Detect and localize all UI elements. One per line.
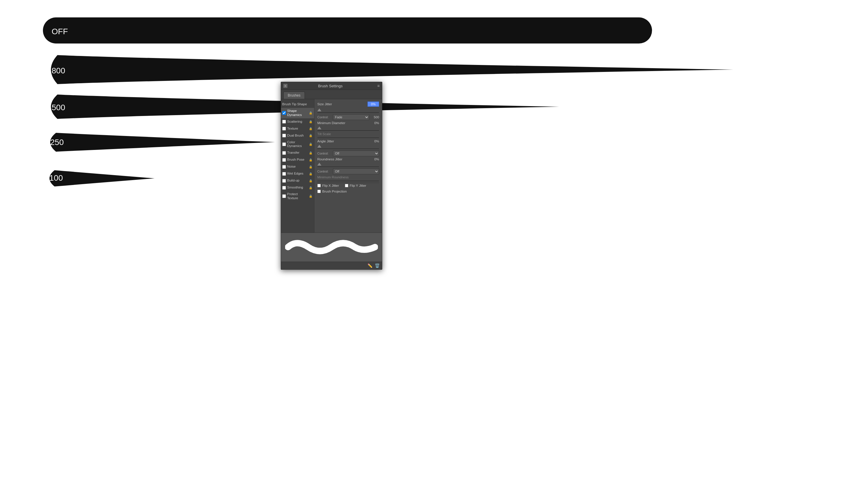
sidebar-item-label-texture: Texture: [287, 127, 309, 131]
checkbox-protect-texture[interactable]: [282, 194, 286, 198]
sidebar-item-shape-dynamics[interactable]: Shape Dynamics 🔒: [281, 108, 314, 118]
panel-content: Size Jitter Control: Fade Off Pen Pressu…: [314, 99, 382, 233]
panel-title: Brush Settings: [283, 84, 377, 88]
sidebar-item-transfer[interactable]: Transfer 🔒: [281, 149, 314, 156]
fade-value: 500: [370, 116, 379, 119]
sidebar-item-label-transfer: Transfer: [287, 151, 309, 155]
checkbox-texture[interactable]: [282, 127, 286, 131]
roundness-jitter-slider[interactable]: [317, 167, 379, 167]
checkbox-smoothing[interactable]: [282, 186, 286, 190]
min-diameter-value: 0%: [374, 121, 379, 125]
sidebar-item-texture[interactable]: Texture 🔒: [281, 125, 314, 132]
sidebar-item-smoothing[interactable]: Smoothing 🔒: [281, 184, 314, 191]
lock-icon-noise: 🔒: [309, 165, 312, 169]
lock-icon-build-up: 🔒: [309, 179, 312, 182]
checkbox-flip-y[interactable]: [345, 184, 348, 187]
checkbox-color-dynamics[interactable]: [282, 142, 286, 146]
tab-brushes[interactable]: Brushes: [283, 92, 305, 99]
checkbox-transfer[interactable]: [282, 151, 286, 155]
checkbox-dual-brush[interactable]: [282, 134, 286, 137]
checkbox-scattering[interactable]: [282, 120, 286, 123]
checkbox-wet-edges[interactable]: [282, 172, 286, 176]
angle-jitter-label: Angle Jitter: [317, 140, 348, 143]
min-diameter-label: Minimum Diameter: [317, 121, 348, 125]
checkbox-brush-projection[interactable]: [317, 190, 321, 193]
delete-brush-icon[interactable]: 🗑️: [375, 263, 380, 268]
roundness-jitter-row: Roundness Jitter 0%: [317, 158, 379, 161]
angle-jitter-row: Angle Jitter 0%: [317, 140, 379, 143]
stroke-label-100: 100: [49, 173, 63, 182]
lock-icon-brush-pose: 🔒: [309, 158, 312, 161]
sidebar-item-label-brush-pose: Brush Pose: [287, 158, 309, 162]
angle-jitter-slider-handle[interactable]: [317, 145, 321, 148]
sidebar-item-label-brush-tip-shape: Brush Tip Shape: [282, 102, 312, 106]
panel-titlebar: × Brush Settings ≡: [281, 82, 382, 90]
stroke-row-250: 250: [43, 130, 281, 156]
panel-footer: ✏️ 🗑️: [281, 262, 382, 269]
stroke-svg-off: OFF: [43, 17, 652, 43]
lock-icon-shape-dynamics: 🔒: [309, 111, 312, 115]
stroke-svg-250: 250: [43, 130, 281, 155]
angle-control-select[interactable]: Off Fade Pen Pressure Pen Tilt: [333, 150, 379, 156]
size-jitter-input[interactable]: [367, 102, 379, 107]
size-jitter-row: Size Jitter: [317, 102, 379, 107]
roundness-jitter-value: 0%: [374, 158, 379, 161]
checkbox-brush-pose[interactable]: [282, 158, 286, 162]
sidebar-item-wet-edges[interactable]: Wet Edges 🔒: [281, 170, 314, 177]
lock-icon-texture: 🔒: [309, 127, 312, 131]
checkbox-flip-x[interactable]: [317, 184, 321, 187]
sidebar-item-label-dual-brush: Dual Brush: [287, 134, 309, 138]
roundness-jitter-slider-handle[interactable]: [317, 163, 321, 165]
sidebar-item-brush-pose[interactable]: Brush Pose 🔒: [281, 156, 314, 163]
sidebar-item-brush-tip-shape[interactable]: Brush Tip Shape: [281, 101, 314, 108]
angle-jitter-slider[interactable]: [317, 148, 379, 149]
size-jitter-control-row: Control: Fade Off Pen Pressure Pen Tilt …: [317, 114, 379, 120]
sidebar-item-noise[interactable]: Noise 🔒: [281, 163, 314, 170]
sidebar-item-protect-texture[interactable]: Protect Texture 🔒: [281, 191, 314, 201]
sidebar-item-build-up[interactable]: Build-up 🔒: [281, 177, 314, 184]
sidebar-item-label-shape-dynamics: Shape Dynamics: [287, 109, 309, 117]
lock-icon-dual-brush: 🔒: [309, 134, 312, 137]
stroke-svg-100: 100: [43, 167, 159, 190]
sidebar-item-color-dynamics[interactable]: Color Dynamics 🔒: [281, 139, 314, 150]
sidebar-item-dual-brush[interactable]: Dual Brush 🔒: [281, 132, 314, 139]
checkbox-noise[interactable]: [282, 165, 286, 169]
create-new-brush-icon[interactable]: ✏️: [367, 263, 373, 268]
lock-icon-color-dynamics: 🔒: [309, 142, 312, 146]
sidebar-item-label-smoothing: Smoothing: [287, 186, 309, 190]
tilt-scale-slider[interactable]: [317, 137, 379, 138]
stroke-label-800: 800: [52, 66, 65, 75]
brush-projection-label: Brush Projection: [322, 190, 347, 193]
stroke-svg-800: 800: [43, 54, 739, 85]
min-diameter-slider-handle[interactable]: [317, 127, 321, 129]
lock-icon-smoothing: 🔒: [309, 186, 312, 189]
flip-x-label: Flip X Jitter: [322, 184, 339, 187]
panel-tabs: Brushes: [281, 90, 382, 99]
tilt-scale-row: Tilt Scale: [317, 132, 379, 136]
roundness-control-select[interactable]: Off Fade Pen Pressure: [333, 169, 379, 174]
size-jitter-slider-handle[interactable]: [317, 108, 321, 111]
stroke-row-100: 100: [43, 167, 159, 191]
control-select-fade[interactable]: Fade Off Pen Pressure Pen Tilt: [333, 114, 369, 120]
checkbox-shape-dynamics[interactable]: [282, 111, 286, 115]
flip-y-row: Flip Y Jitter: [345, 184, 366, 187]
lock-icon-transfer: 🔒: [309, 151, 312, 155]
sidebar-item-label-color-dynamics: Color Dynamics: [287, 140, 309, 148]
brush-settings-panel: × Brush Settings ≡ Brushes Brush Tip Sha…: [281, 82, 382, 270]
lock-icon-protect-texture: 🔒: [309, 195, 312, 198]
stroke-label-500: 500: [52, 103, 65, 112]
stroke-label-off: OFF: [52, 27, 68, 36]
checkbox-build-up[interactable]: [282, 179, 286, 183]
flip-checkboxes: Flip X Jitter Flip Y Jitter: [317, 184, 379, 188]
min-diameter-slider[interactable]: [317, 130, 379, 131]
svg-rect-0: [43, 17, 652, 43]
min-roundness-row: Minimum Roundness: [317, 175, 379, 179]
size-jitter-slider[interactable]: [317, 112, 379, 113]
panel-menu-button[interactable]: ≡: [377, 83, 380, 88]
sidebar-item-label-wet-edges: Wet Edges: [287, 172, 309, 176]
sidebar-item-label-build-up: Build-up: [287, 178, 309, 183]
tilt-scale-label: Tilt Scale: [317, 132, 348, 136]
brush-projection-row: Brush Projection: [317, 190, 379, 193]
min-roundness-slider[interactable]: [317, 181, 379, 181]
sidebar-item-scattering[interactable]: Scattering 🔒: [281, 118, 314, 125]
